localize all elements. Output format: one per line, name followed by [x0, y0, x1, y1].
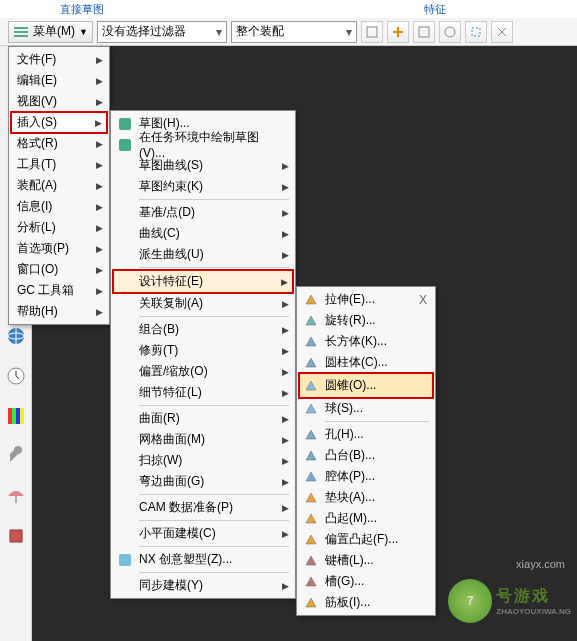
svg-rect-14	[10, 530, 22, 542]
menu-item[interactable]: CAM 数据准备(P)▶	[113, 497, 293, 518]
menu-item[interactable]: 组合(B)▶	[113, 319, 293, 340]
menu-item-icon	[117, 453, 133, 469]
menu-item-icon	[117, 552, 133, 568]
svg-rect-4	[419, 27, 429, 37]
menu-item[interactable]: 关联复制(A)▶	[113, 293, 293, 314]
menu-item[interactable]: 视图(V)▶	[11, 91, 107, 112]
chevron-right-icon: ▶	[96, 139, 103, 149]
menu-item[interactable]: 拉伸(E)...X	[299, 289, 433, 310]
menu-item[interactable]: 曲面(R)▶	[113, 408, 293, 429]
feature-icon	[303, 574, 319, 590]
menu-item[interactable]: 长方体(K)...	[299, 331, 433, 352]
menu-item[interactable]: 弯边曲面(G)▶	[113, 471, 293, 492]
menu-item[interactable]: 草图曲线(S)▶	[113, 155, 293, 176]
menu-item-label: 设计特征(E)	[139, 273, 203, 290]
feature-icon	[303, 334, 319, 350]
menu-item[interactable]: 圆柱体(C)...	[299, 352, 433, 373]
tool-button-3[interactable]	[413, 21, 435, 43]
chevron-right-icon: ▶	[96, 97, 103, 107]
menu-item[interactable]: NX 创意塑型(Z)...	[113, 549, 293, 570]
chip-icon[interactable]	[6, 526, 26, 546]
menu-item[interactable]: 网格曲面(M)▶	[113, 429, 293, 450]
tool-button-5[interactable]	[465, 21, 487, 43]
assembly-select[interactable]: 整个装配	[231, 21, 357, 43]
menu-item-label: 分析(L)	[17, 219, 56, 236]
tool-icon	[391, 25, 405, 39]
menu-item[interactable]: GC 工具箱▶	[11, 280, 107, 301]
menu-item[interactable]: 分析(L)▶	[11, 217, 107, 238]
menu-item[interactable]: 派生曲线(U)▶	[113, 244, 293, 265]
feature-icon	[303, 511, 319, 527]
menu-button[interactable]: 菜单(M) ▼	[8, 21, 93, 43]
separator	[139, 405, 289, 406]
menu-item[interactable]: 插入(S)▶	[10, 111, 108, 134]
top-tabs: 直接草图 特征	[0, 0, 577, 18]
feature-icon	[303, 427, 319, 443]
menu-item[interactable]: 装配(A)▶	[11, 175, 107, 196]
menu-item[interactable]: 修剪(T)▶	[113, 340, 293, 361]
menu-item[interactable]: 草图约束(K)▶	[113, 176, 293, 197]
menu-item[interactable]: 信息(I)▶	[11, 196, 107, 217]
menu-item[interactable]: 在任务环境中绘制草图(V)...	[113, 134, 293, 155]
menu-item-label: 派生曲线(U)	[139, 246, 204, 263]
menu-item[interactable]: 帮助(H)▶	[11, 301, 107, 322]
feature-icon	[303, 378, 319, 394]
menu-item[interactable]: 同步建模(Y)▶	[113, 575, 293, 596]
menu-item[interactable]: 设计特征(E)▶	[112, 269, 294, 294]
menu-item-label: 窗口(O)	[17, 261, 58, 278]
menu-item[interactable]: 凸台(B)...	[299, 445, 433, 466]
feature-icon	[303, 448, 319, 464]
menu-item[interactable]: 编辑(E)▶	[11, 70, 107, 91]
svg-rect-16	[119, 139, 131, 151]
menu-item[interactable]: 小平面建模(C)▶	[113, 523, 293, 544]
menu-item[interactable]: 偏置/缩放(O)▶	[113, 361, 293, 382]
menu-item[interactable]: 凸起(M)...	[299, 508, 433, 529]
menu-item[interactable]: 球(S)...	[299, 398, 433, 419]
menu-item[interactable]: 首选项(P)▶	[11, 238, 107, 259]
chevron-right-icon: ▶	[282, 367, 289, 377]
menu-item-icon	[117, 411, 133, 427]
menu-item-label: 视图(V)	[17, 93, 57, 110]
menu-item-label: GC 工具箱	[17, 282, 74, 299]
menu-item[interactable]: 筋板(I)...	[299, 592, 433, 613]
menu-item-label: 同步建模(Y)	[139, 577, 203, 594]
tool-icon	[469, 25, 483, 39]
chevron-right-icon: ▶	[282, 229, 289, 239]
menu-item-label: 修剪(T)	[139, 342, 178, 359]
menu-item[interactable]: 槽(G)...	[299, 571, 433, 592]
menu-item[interactable]: 工具(T)▶	[11, 154, 107, 175]
feature-icon	[303, 553, 319, 569]
globe-icon[interactable]	[6, 326, 26, 346]
umbrella-icon[interactable]	[6, 486, 26, 506]
feature-icon	[303, 595, 319, 611]
tab-feature[interactable]: 特征	[424, 2, 446, 17]
separator	[325, 421, 429, 422]
menu-item[interactable]: 偏置凸起(F)...	[299, 529, 433, 550]
menu-item[interactable]: 窗口(O)▶	[11, 259, 107, 280]
menu-item[interactable]: 文件(F)▶	[11, 49, 107, 70]
menu-item[interactable]: 孔(H)...	[299, 424, 433, 445]
menu-item[interactable]: 旋转(R)...	[299, 310, 433, 331]
tool-button-4[interactable]	[439, 21, 461, 43]
chevron-right-icon: ▶	[96, 181, 103, 191]
menu-item[interactable]: 垫块(A)...	[299, 487, 433, 508]
tool-button-1[interactable]	[361, 21, 383, 43]
tool-button-2[interactable]	[387, 21, 409, 43]
tab-sketch[interactable]: 直接草图	[60, 2, 104, 17]
menu-item[interactable]: 圆锥(O)...	[298, 372, 434, 399]
filter-select[interactable]: 没有选择过滤器	[97, 21, 227, 43]
clock-icon[interactable]	[6, 366, 26, 386]
menu-item-icon	[117, 364, 133, 380]
menu-item[interactable]: 键槽(L)...	[299, 550, 433, 571]
menu-item[interactable]: 曲线(C)▶	[113, 223, 293, 244]
menu-item[interactable]: 基准/点(D)▶	[113, 202, 293, 223]
menu-item[interactable]: 细节特征(L)▶	[113, 382, 293, 403]
menu-item[interactable]: 格式(R)▶	[11, 133, 107, 154]
tool-button-6[interactable]	[491, 21, 513, 43]
menu-item[interactable]: 扫掠(W)▶	[113, 450, 293, 471]
chevron-right-icon: ▶	[282, 529, 289, 539]
palette-icon[interactable]	[6, 406, 26, 426]
menu-item[interactable]: 腔体(P)...	[299, 466, 433, 487]
separator	[139, 572, 289, 573]
wrench-icon[interactable]	[6, 446, 26, 466]
